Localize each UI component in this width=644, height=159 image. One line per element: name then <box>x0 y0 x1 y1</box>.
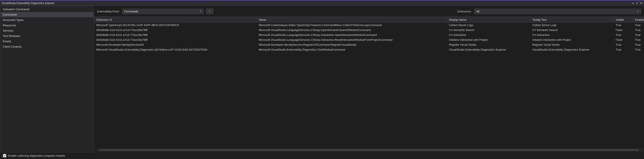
cell-visible: False <box>614 37 633 42</box>
cell-enabled: True <box>633 23 644 28</box>
cell-visible: True <box>614 23 633 28</box>
cell-name: Microsoft.VisualStudio.LanguageServices.… <box>257 32 447 37</box>
cell-tooltip: Initialize Interactive with Project <box>530 37 614 42</box>
diagnostics-explorer-window: VisualStudio.Extensibility Diagnostics E… <box>0 0 644 159</box>
enable-diagnostics-label: Enable collecting diagnostics (requires … <box>8 154 65 157</box>
cell-display: Initialize Interactive with Project <box>447 37 530 42</box>
cell-tooltip: C# Interactive <box>530 32 614 37</box>
titlebar: VisualStudio.Extensibility Diagnostics E… <box>0 0 644 6</box>
horizontal-scrollbar[interactable] <box>95 149 643 152</box>
chevron-down-icon: ▼ <box>637 10 639 12</box>
col-display-name[interactable]: Display Name <box>447 17 530 23</box>
cell-enabled: True <box>633 47 644 52</box>
table-row[interactable]: Microsoft.TypeScript.3D12078A-1A3F-4AFF-… <box>94 23 644 28</box>
grid-body: Microsoft.TypeScript.3D12078A-1A3F-4AFF-… <box>94 23 644 52</box>
enable-diagnostics-checkbox[interactable] <box>3 154 6 157</box>
cell-extension_id: 0b5e8ddb-f12d-4131-a71d-77acc26a798f <box>94 37 257 42</box>
sidebar-item-activation-constraints[interactable]: Activation Constraints <box>1 7 94 12</box>
cell-display: Collect Server Logs <box>447 23 530 28</box>
cell-enabled: True <box>633 42 644 47</box>
sidebar-item-tool-windows[interactable]: Tool Windows <box>1 33 94 39</box>
col-enabled[interactable]: Enabled <box>633 17 644 23</box>
table-row[interactable]: Microsoft.Developer.IdentityServiceGSMic… <box>94 42 644 47</box>
cell-display: Register Visual Studio <box>447 42 530 47</box>
cell-enabled: True <box>633 37 644 42</box>
table-row[interactable]: 0b5e8ddb-f12d-4131-a71d-77acc26a798fMicr… <box>94 37 644 42</box>
sidebar-item-resources[interactable]: Resources <box>1 23 94 28</box>
col-tooltip-text[interactable]: Tooltip Text <box>530 17 614 23</box>
cell-tooltip: Collect Server Logs <box>530 23 614 28</box>
sidebar-item-commands[interactable]: Commands <box>1 12 94 17</box>
main-area: Activation ConstraintsCommandsDocument T… <box>0 6 644 152</box>
filters-row: Extensibility Point: Commands ▼ Extensio… <box>94 6 644 17</box>
window-title: VisualStudio.Extensibility Diagnostics E… <box>2 2 54 5</box>
svg-rect-1 <box>209 11 210 11</box>
cell-extension_id: 0b5e8ddb-f12d-4131-a71d-77acc26a798f <box>94 27 257 32</box>
cell-display: C# Semantic Search <box>447 27 530 32</box>
sidebar-item-client-contexts[interactable]: Client Contexts <box>1 44 94 49</box>
cell-name: Microsoft.VisualStudio.LanguageServices.… <box>257 27 447 32</box>
extensions-label: Extensions: <box>458 10 472 13</box>
col-visible[interactable]: Visible <box>614 17 633 23</box>
cell-enabled: True <box>633 27 644 32</box>
cell-display: C# Interactive <box>447 32 530 37</box>
cell-name: Microsoft.CodeAnalysis.Editor.TypeScript… <box>257 23 447 28</box>
close-icon[interactable] <box>640 2 642 4</box>
extensibility-point-label: Extensibility Point: <box>97 10 120 13</box>
table-row[interactable]: 0b5e8ddb-f12d-4131-a71d-77acc26a798fMicr… <box>94 27 644 32</box>
cell-enabled: True <box>633 32 644 37</box>
sidebar-item-document-types[interactable]: Document Types <box>1 17 94 23</box>
cell-name: Microsoft.Developer.IdentityService.Regi… <box>257 42 447 47</box>
extensions-dropdown[interactable]: All ▼ <box>474 9 641 14</box>
svg-rect-2 <box>209 12 211 12</box>
sidebar: Activation ConstraintsCommandsDocument T… <box>0 6 94 152</box>
cell-tooltip: VisualStudio.Extensibility Diagnostics E… <box>530 47 614 52</box>
cell-extension_id: Microsoft.TypeScript.3D12078A-1A3F-4AFF-… <box>94 23 257 28</box>
cell-extension_id: Microsoft.VisualStudio.Extensibility.Dia… <box>94 47 257 52</box>
cell-visible: True <box>614 42 633 47</box>
sidebar-item-events[interactable]: Events <box>1 39 94 44</box>
grid-header-row: Extension Id Name Display Name Tooltip T… <box>94 17 644 23</box>
pin-icon[interactable] <box>636 2 638 4</box>
content-area: Extensibility Point: Commands ▼ Extensio… <box>94 6 644 152</box>
cell-visible: False <box>614 27 633 32</box>
grid-scroll-area[interactable]: Extension Id Name Display Name Tooltip T… <box>94 17 644 149</box>
extensibility-point-value: Commands <box>124 10 138 13</box>
footer: Enable collecting diagnostics (requires … <box>0 152 644 159</box>
col-extension-id[interactable]: Extension Id <box>94 17 257 23</box>
cell-extension_id: Microsoft.Developer.IdentityServiceGS <box>94 42 257 47</box>
cell-visible: True <box>614 32 633 37</box>
titlebar-controls: ▾ <box>632 2 642 5</box>
filter-action-button[interactable] <box>206 8 213 14</box>
col-name[interactable]: Name <box>257 17 447 23</box>
cell-display: VisualStudio.Extensibility Diagnostics E… <box>447 47 530 52</box>
svg-rect-0 <box>208 10 210 11</box>
window-dropdown-icon[interactable]: ▾ <box>632 2 634 5</box>
extensions-value: All <box>476 10 479 13</box>
cell-tooltip: C# Semantic Search <box>530 27 614 32</box>
chevron-down-icon: ▼ <box>200 10 202 12</box>
cell-name: Microsoft.VisualStudio.LanguageServices.… <box>257 37 447 42</box>
cell-extension_id: 0b5e8ddb-f12d-4131-a71d-77acc26a798f <box>94 32 257 37</box>
cell-tooltip: Register Visual Studio <box>530 42 614 47</box>
table-row[interactable]: Microsoft.VisualStudio.Extensibility.Dia… <box>94 47 644 52</box>
cell-name: Microsoft.VisualStudio.Extensibility.Dia… <box>257 47 447 52</box>
extensibility-point-dropdown[interactable]: Commands ▼ <box>122 9 204 14</box>
sidebar-item-services[interactable]: Services <box>1 28 94 33</box>
table-row[interactable]: 0b5e8ddb-f12d-4131-a71d-77acc26a798fMicr… <box>94 32 644 37</box>
commands-grid: Extension Id Name Display Name Tooltip T… <box>94 17 644 52</box>
cell-visible: True <box>614 47 633 52</box>
scrollbar-thumb[interactable] <box>99 149 639 151</box>
